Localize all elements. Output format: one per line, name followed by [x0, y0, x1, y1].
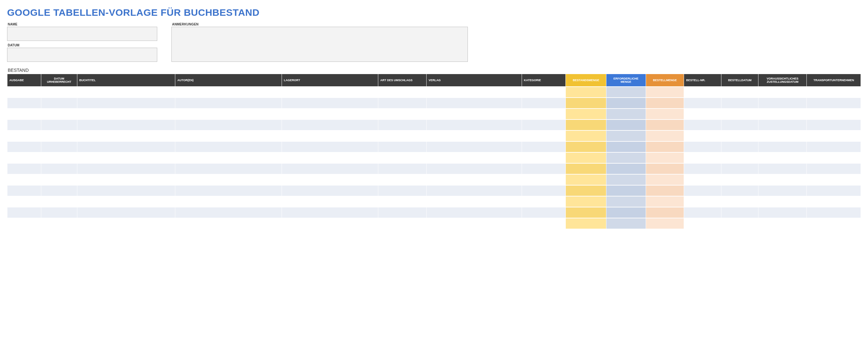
table-cell[interactable] [282, 175, 378, 185]
table-cell[interactable] [522, 218, 565, 229]
table-cell[interactable] [758, 186, 806, 196]
table-cell[interactable] [522, 196, 565, 207]
table-cell[interactable] [758, 153, 806, 163]
table-cell[interactable] [646, 186, 684, 196]
table-cell[interactable] [41, 196, 77, 207]
table-cell[interactable] [758, 120, 806, 130]
table-cell[interactable] [378, 98, 426, 108]
table-cell[interactable] [7, 175, 41, 185]
table-cell[interactable] [807, 175, 861, 185]
table-cell[interactable] [807, 120, 861, 130]
table-cell[interactable] [282, 164, 378, 174]
table-cell[interactable] [282, 120, 378, 130]
table-cell[interactable] [721, 196, 758, 207]
table-cell[interactable] [646, 175, 684, 185]
table-cell[interactable] [7, 87, 41, 97]
table-cell[interactable] [758, 208, 806, 218]
table-cell[interactable] [721, 109, 758, 119]
table-cell[interactable] [378, 196, 426, 207]
table-cell[interactable] [41, 218, 77, 229]
table-cell[interactable] [77, 196, 175, 207]
table-cell[interactable] [522, 142, 565, 152]
table-cell[interactable] [807, 142, 861, 152]
table-cell[interactable] [282, 109, 378, 119]
table-cell[interactable] [175, 98, 281, 108]
table-cell[interactable] [41, 120, 77, 130]
table-cell[interactable] [758, 98, 806, 108]
table-cell[interactable] [282, 153, 378, 163]
table-cell[interactable] [522, 87, 565, 97]
table-cell[interactable] [646, 98, 684, 108]
table-cell[interactable] [721, 164, 758, 174]
table-cell[interactable] [282, 98, 378, 108]
table-cell[interactable] [807, 218, 861, 229]
table-cell[interactable] [807, 208, 861, 218]
table-cell[interactable] [607, 218, 645, 229]
table-cell[interactable] [566, 109, 606, 119]
table-cell[interactable] [7, 153, 41, 163]
table-cell[interactable] [566, 98, 606, 108]
table-cell[interactable] [566, 218, 606, 229]
table-cell[interactable] [522, 164, 565, 174]
table-cell[interactable] [175, 175, 281, 185]
table-cell[interactable] [684, 153, 721, 163]
table-cell[interactable] [378, 218, 426, 229]
table-cell[interactable] [41, 87, 77, 97]
table-cell[interactable] [427, 175, 522, 185]
table-cell[interactable] [7, 98, 41, 108]
table-cell[interactable] [41, 186, 77, 196]
table-cell[interactable] [427, 109, 522, 119]
table-cell[interactable] [175, 131, 281, 141]
table-cell[interactable] [807, 186, 861, 196]
table-cell[interactable] [7, 218, 41, 229]
table-cell[interactable] [807, 153, 861, 163]
table-cell[interactable] [175, 164, 281, 174]
table-cell[interactable] [427, 142, 522, 152]
table-cell[interactable] [607, 153, 645, 163]
table-cell[interactable] [427, 218, 522, 229]
table-cell[interactable] [7, 109, 41, 119]
table-cell[interactable] [721, 131, 758, 141]
table-cell[interactable] [427, 98, 522, 108]
table-cell[interactable] [41, 175, 77, 185]
table-cell[interactable] [646, 153, 684, 163]
table-cell[interactable] [807, 131, 861, 141]
table-cell[interactable] [607, 98, 645, 108]
table-cell[interactable] [378, 142, 426, 152]
table-cell[interactable] [721, 218, 758, 229]
table-cell[interactable] [566, 153, 606, 163]
table-cell[interactable] [758, 218, 806, 229]
table-cell[interactable] [607, 208, 645, 218]
table-cell[interactable] [378, 164, 426, 174]
table-cell[interactable] [721, 142, 758, 152]
table-cell[interactable] [41, 208, 77, 218]
table-cell[interactable] [41, 109, 77, 119]
table-cell[interactable] [646, 218, 684, 229]
table-cell[interactable] [684, 208, 721, 218]
table-cell[interactable] [282, 218, 378, 229]
table-cell[interactable] [646, 120, 684, 130]
table-cell[interactable] [522, 153, 565, 163]
table-cell[interactable] [758, 109, 806, 119]
table-cell[interactable] [566, 120, 606, 130]
table-cell[interactable] [566, 186, 606, 196]
table-cell[interactable] [378, 186, 426, 196]
table-cell[interactable] [721, 87, 758, 97]
table-cell[interactable] [282, 87, 378, 97]
table-cell[interactable] [684, 142, 721, 152]
table-cell[interactable] [646, 142, 684, 152]
anmerkungen-input[interactable] [172, 27, 468, 62]
table-cell[interactable] [758, 175, 806, 185]
table-cell[interactable] [758, 87, 806, 97]
table-cell[interactable] [282, 196, 378, 207]
table-cell[interactable] [427, 196, 522, 207]
table-cell[interactable] [646, 164, 684, 174]
table-cell[interactable] [721, 186, 758, 196]
table-cell[interactable] [607, 164, 645, 174]
table-cell[interactable] [175, 109, 281, 119]
table-cell[interactable] [378, 175, 426, 185]
table-cell[interactable] [41, 142, 77, 152]
table-cell[interactable] [427, 120, 522, 130]
table-cell[interactable] [427, 153, 522, 163]
table-cell[interactable] [378, 109, 426, 119]
